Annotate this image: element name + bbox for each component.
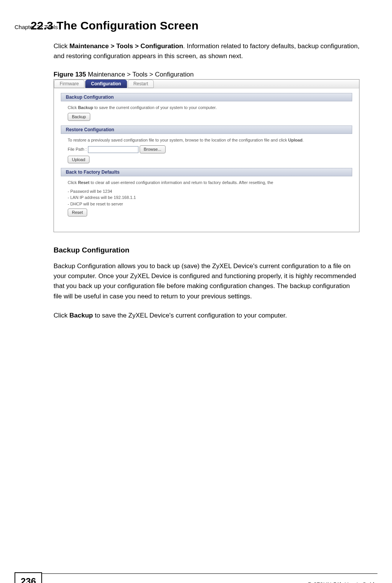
restore-text-pre: To restore a previously saved configurat… — [68, 138, 288, 142]
backup-para-1: Backup Configuration allows you to back … — [54, 261, 359, 301]
restore-text-post: . — [303, 138, 304, 142]
tab-firmware[interactable]: Firmware — [54, 80, 85, 88]
restore-text-bold: Upload — [288, 138, 303, 142]
footer-rule — [42, 573, 377, 574]
footer-guide-title: P-870HN-51b User's Guide — [308, 581, 377, 583]
figure-label: Figure 135 — [54, 71, 86, 78]
backup-subheading: Backup Configuration — [54, 246, 361, 254]
tab-configuration[interactable]: Configuration — [85, 80, 127, 88]
intro-paragraph: Click Maintenance > Tools > Configuratio… — [54, 41, 359, 62]
backup-config-header: Backup Configuration — [61, 93, 352, 101]
factory-bullet-3: - DHCP will be reset to server — [68, 201, 348, 207]
tab-bar: Firmware Configuration Restart — [54, 80, 359, 88]
backup-para2-post: to save the ZyXEL Device's current confi… — [93, 312, 287, 319]
backup-text-post: to save the current configuration of you… — [93, 105, 217, 110]
backup-para2-pre: Click — [54, 312, 70, 319]
running-header: Chapter 22 Tools — [15, 24, 58, 30]
backup-text-pre: Click — [68, 105, 78, 110]
factory-bullet-1: - Password will be 1234 — [68, 188, 348, 195]
restore-config-body: To restore a previously saved configurat… — [68, 137, 348, 164]
intro-text-pre: Click — [54, 42, 70, 50]
tab-restart[interactable]: Restart — [128, 80, 154, 88]
page: Chapter 22 Tools 22.3 The Configuration … — [0, 19, 392, 583]
backup-para-2: Click Backup to save the ZyXEL Device's … — [54, 311, 359, 321]
factory-text-pre: Click — [68, 180, 78, 185]
figure-caption-rest: Maintenance > Tools > Configuration — [86, 71, 194, 78]
browse-button[interactable]: Browse... — [140, 145, 166, 153]
intro-text-bold: Maintenance > Tools > Configuration — [70, 42, 183, 50]
factory-defaults-body: Click Reset to clear all user-entered co… — [68, 179, 348, 217]
factory-defaults-header: Back to Factory Defaults — [61, 168, 352, 176]
config-screenshot: Firmware Configuration Restart Backup Co… — [54, 79, 359, 232]
page-number: 236 — [15, 572, 42, 583]
upload-button[interactable]: Upload — [68, 156, 89, 164]
reset-button[interactable]: Reset — [68, 208, 87, 217]
file-path-label: File Path : — [68, 147, 87, 151]
backup-para2-bold: Backup — [70, 312, 93, 319]
restore-config-header: Restore Configuration — [61, 125, 352, 134]
factory-bullet-2: - LAN IP address will be 192.168.1.1 — [68, 194, 348, 201]
factory-text-post: to clear all user-entered configuration … — [89, 180, 273, 185]
factory-text-bold: Reset — [78, 180, 89, 185]
backup-text-bold: Backup — [78, 105, 93, 110]
file-path-input[interactable] — [88, 146, 138, 153]
backup-button[interactable]: Backup — [68, 113, 90, 121]
section-title: 22.3 The Configuration Screen — [31, 19, 361, 32]
figure-caption: Figure 135 Maintenance > Tools > Configu… — [54, 71, 361, 78]
backup-config-body: Click Backup to save the current configu… — [68, 104, 348, 121]
